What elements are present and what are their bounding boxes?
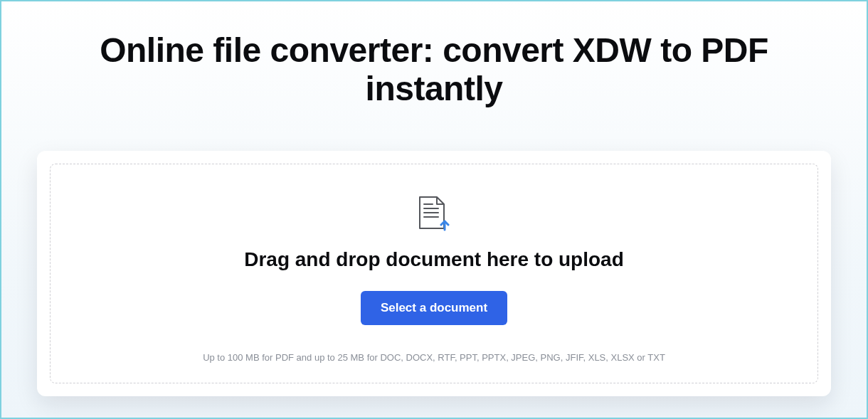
dropzone-heading: Drag and drop document here to upload xyxy=(65,248,803,271)
select-document-button[interactable]: Select a document xyxy=(361,291,507,325)
page-title: Online file converter: convert XDW to PD… xyxy=(78,31,790,108)
dropzone[interactable]: Drag and drop document here to upload Se… xyxy=(50,164,818,383)
upload-card: Drag and drop document here to upload Se… xyxy=(37,151,831,396)
document-upload-icon xyxy=(65,196,803,231)
upload-limits-text: Up to 100 MB for PDF and up to 25 MB for… xyxy=(65,352,803,363)
